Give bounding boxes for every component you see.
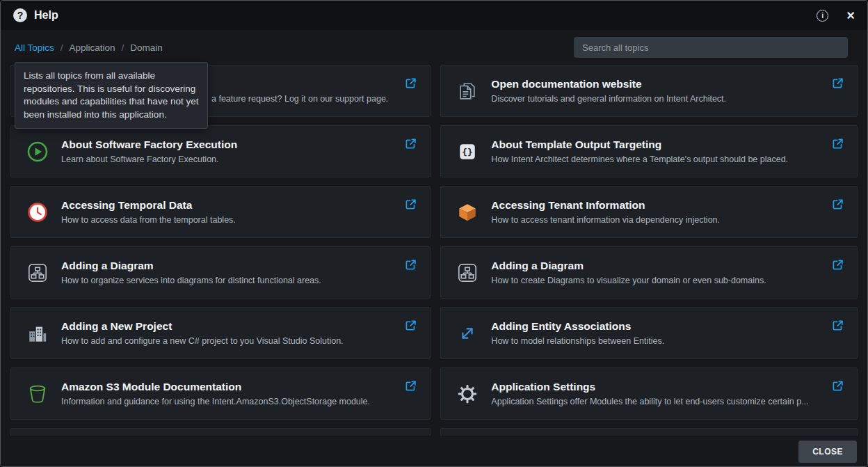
breadcrumb-all-topics[interactable]: All Topics bbox=[15, 42, 54, 53]
topic-title: Accessing Temporal Data bbox=[61, 198, 236, 212]
dialog-title: Help bbox=[34, 9, 58, 22]
topic-title: Application Settings bbox=[491, 379, 808, 394]
project-icon bbox=[26, 322, 49, 345]
breadcrumb-application[interactable]: Application bbox=[70, 42, 115, 53]
topic-description: How to create Diagrams to visualize your… bbox=[491, 275, 766, 287]
diagram-icon bbox=[26, 262, 49, 284]
association-icon bbox=[456, 322, 479, 345]
help-topic-card[interactable]: Accessing Tenant Information How to acce… bbox=[440, 186, 858, 238]
info-icon[interactable]: i bbox=[817, 10, 828, 22]
topic-title: Adding a New Project bbox=[61, 319, 344, 333]
svg-text:{}: {} bbox=[462, 147, 473, 157]
external-link-icon[interactable] bbox=[405, 319, 417, 331]
gear-icon bbox=[456, 383, 479, 405]
dialog-header: ? Help i × bbox=[1, 1, 867, 30]
external-link-icon[interactable] bbox=[832, 259, 844, 271]
help-dialog: ? Help i × All Topics / Application / Do… bbox=[0, 0, 868, 467]
topics-toolbar: All Topics / Application / Domain bbox=[1, 30, 867, 65]
breadcrumb-domain[interactable]: Domain bbox=[130, 42, 163, 53]
external-link-icon[interactable] bbox=[405, 138, 417, 150]
close-icon[interactable]: × bbox=[846, 8, 855, 22]
breadcrumb-separator: / bbox=[122, 42, 124, 53]
close-button[interactable]: CLOSE bbox=[798, 441, 857, 463]
external-link-icon[interactable] bbox=[405, 380, 417, 392]
topic-description: How Intent Architect determines where a … bbox=[491, 154, 788, 166]
topic-title: About Software Factory Execution bbox=[61, 137, 237, 152]
play-icon bbox=[26, 141, 49, 163]
topic-description: Discover tutorials and general informati… bbox=[491, 93, 726, 105]
breadcrumb-separator: / bbox=[61, 42, 63, 53]
clock-icon bbox=[26, 201, 49, 223]
all-topics-tooltip: Lists all topics from all available repo… bbox=[15, 62, 208, 129]
help-topic-card[interactable]: {} About Template Output Targeting How I… bbox=[440, 125, 858, 177]
topic-title: Adding Entity Associations bbox=[491, 319, 664, 333]
topic-description: How to access data from the temporal tab… bbox=[61, 214, 236, 226]
external-link-icon[interactable] bbox=[405, 259, 417, 271]
external-link-icon[interactable] bbox=[832, 319, 844, 331]
external-link-icon[interactable] bbox=[832, 77, 844, 89]
help-icon: ? bbox=[13, 8, 27, 22]
help-topic-card[interactable]: Adding Entity Associations How to model … bbox=[440, 307, 858, 359]
help-topic-card-partial[interactable] bbox=[440, 428, 858, 436]
bucket-icon bbox=[26, 383, 49, 405]
breadcrumb: All Topics / Application / Domain bbox=[15, 42, 163, 53]
topic-title: About Template Output Targeting bbox=[491, 137, 788, 152]
topic-description: Learn about Software Factory Execution. bbox=[61, 154, 237, 166]
help-topic-card[interactable]: Adding a Diagram How to create Diagrams … bbox=[440, 246, 858, 299]
topic-title: Open documentation website bbox=[491, 77, 726, 91]
cube-icon bbox=[456, 201, 479, 223]
topic-title: Adding a Diagram bbox=[491, 258, 766, 273]
help-topic-card[interactable]: Amazon S3 Module Documentation Informati… bbox=[10, 367, 431, 420]
help-topic-card[interactable]: Adding a New Project How to add and conf… bbox=[10, 307, 431, 359]
help-icon-glyph: ? bbox=[17, 10, 24, 21]
search-input[interactable] bbox=[574, 37, 848, 58]
diagram-icon bbox=[456, 262, 479, 284]
help-topic-card[interactable]: Open documentation website Discover tuto… bbox=[440, 65, 858, 117]
topic-description: a feature request? Log it on our support… bbox=[211, 93, 388, 105]
help-topic-card[interactable]: About Software Factory Execution Learn a… bbox=[10, 125, 431, 177]
topic-title: Amazon S3 Module Documentation bbox=[61, 379, 370, 394]
tooltip-text: Lists all topics from all available repo… bbox=[24, 70, 198, 120]
external-link-icon[interactable] bbox=[832, 138, 844, 150]
topic-description: How to organize services into diagrams f… bbox=[61, 275, 321, 287]
topic-description: Application Settings offer Modules the a… bbox=[491, 396, 808, 408]
help-topic-card-partial[interactable] bbox=[10, 428, 431, 436]
external-link-icon[interactable] bbox=[832, 380, 844, 392]
braces-icon: {} bbox=[456, 141, 479, 163]
dialog-footer: CLOSE bbox=[1, 436, 867, 467]
help-topic-card[interactable]: Adding a Diagram How to organize service… bbox=[10, 246, 431, 299]
document-icon bbox=[456, 80, 479, 102]
topic-description: How to access tenant information via dep… bbox=[491, 214, 720, 226]
external-link-icon[interactable] bbox=[405, 77, 417, 89]
external-link-icon[interactable] bbox=[405, 198, 417, 210]
topic-description: Information and guidance for using the I… bbox=[61, 396, 370, 408]
topic-description: How to model relationships between Entit… bbox=[491, 335, 664, 347]
help-topic-card[interactable]: Application Settings Application Setting… bbox=[440, 367, 858, 420]
topic-title: Accessing Tenant Information bbox=[491, 198, 720, 212]
external-link-icon[interactable] bbox=[832, 198, 844, 210]
help-topic-card[interactable]: Accessing Temporal Data How to access da… bbox=[10, 186, 431, 238]
topic-description: How to add and configure a new C# projec… bbox=[61, 335, 344, 347]
topic-title: Adding a Diagram bbox=[61, 258, 321, 273]
